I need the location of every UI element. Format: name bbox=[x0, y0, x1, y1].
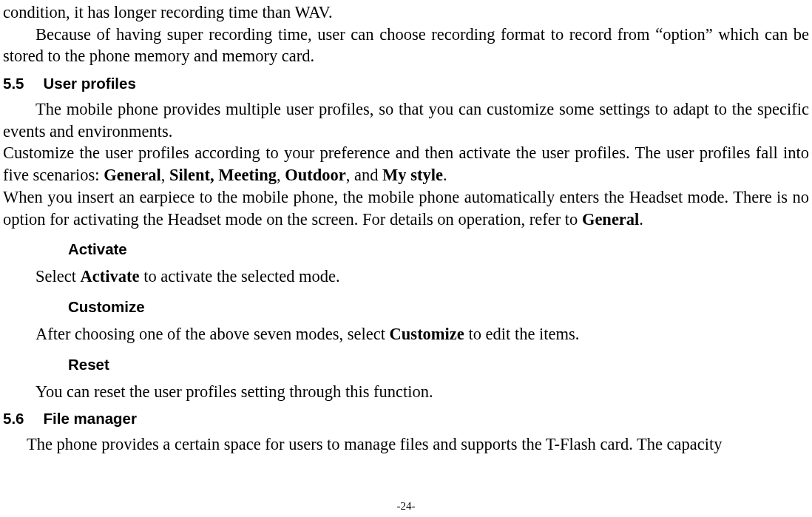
section-number: 5.5 bbox=[3, 75, 24, 92]
subheading-activate: Activate bbox=[68, 240, 809, 258]
paragraph: The mobile phone provides multiple user … bbox=[3, 98, 809, 142]
bold-general: General bbox=[104, 166, 160, 184]
text-sep: , bbox=[161, 166, 169, 184]
text-run: to activate the selected mode. bbox=[140, 267, 340, 285]
subheading-reset: Reset bbox=[68, 356, 809, 374]
text-run: When you insert an earpiece to the mobil… bbox=[3, 188, 809, 229]
subheading-customize: Customize bbox=[68, 298, 809, 316]
paragraph: Because of having super recording time, … bbox=[3, 24, 809, 67]
bold-customize: Customize bbox=[390, 325, 464, 343]
paragraph: When you insert an earpiece to the mobil… bbox=[3, 186, 809, 230]
document-page: condition, it has longer recording time … bbox=[0, 0, 812, 456]
section-title: File manager bbox=[44, 410, 137, 427]
section-heading-5-5: 5.5User profiles bbox=[3, 75, 809, 92]
section-number: 5.6 bbox=[3, 410, 24, 428]
paragraph: Select Activate to activate the selected… bbox=[3, 266, 809, 288]
section-heading-5-6: 5.6File manager bbox=[3, 410, 809, 428]
section-title: User profiles bbox=[44, 75, 136, 92]
paragraph: The phone provides a certain space for u… bbox=[3, 433, 809, 456]
paragraph: Customize the user profiles according to… bbox=[3, 142, 809, 186]
text-sep: , bbox=[277, 166, 285, 184]
bold-general-ref: General bbox=[582, 210, 639, 229]
text-dot: . bbox=[639, 210, 643, 229]
bold-outdoor: Outdoor bbox=[285, 166, 346, 184]
bold-activate: Activate bbox=[81, 267, 140, 285]
page-number: -24- bbox=[0, 500, 812, 513]
text-run: Select bbox=[35, 267, 81, 285]
paragraph: condition, it has longer recording time … bbox=[3, 1, 809, 24]
text-dot: . bbox=[443, 166, 447, 184]
text-sep: , and bbox=[346, 166, 382, 184]
paragraph: After choosing one of the above seven mo… bbox=[3, 323, 809, 345]
bold-silent-meeting: Silent, Meeting bbox=[169, 166, 277, 184]
bold-mystyle: My style bbox=[382, 166, 443, 184]
paragraph: You can reset the user profiles setting … bbox=[3, 381, 809, 403]
text-run: After choosing one of the above seven mo… bbox=[35, 325, 390, 343]
text-run: to edit the items. bbox=[464, 325, 580, 343]
